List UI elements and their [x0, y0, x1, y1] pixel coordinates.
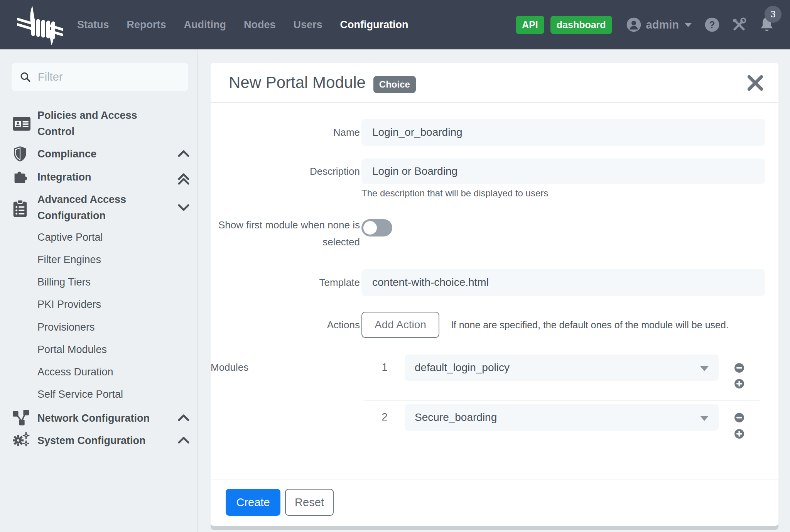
page-title: New Portal Module — [229, 73, 366, 92]
filter-input[interactable] — [38, 71, 181, 83]
shield-icon — [13, 145, 27, 163]
chevron-down-icon — [684, 22, 693, 27]
description-help-text: The description that will be displayed t… — [361, 188, 548, 199]
sidebar-item-advanced-access-configuration[interactable]: Advanced Access Configuration — [0, 191, 197, 224]
template-input[interactable] — [361, 269, 765, 296]
actions-label: Actions — [211, 319, 360, 331]
toggle-knob — [363, 221, 377, 235]
sidebar-item-provisioners[interactable]: Provisioners — [0, 319, 197, 335]
sidebar-item-policies-access-control[interactable]: Policies and Access Control — [0, 107, 197, 140]
chevron-up-icon — [177, 414, 190, 422]
nav-item-nodes[interactable]: Nodes — [244, 19, 276, 31]
sidebar-item-access-duration[interactable]: Access Duration — [0, 364, 197, 380]
nav-item-reports[interactable]: Reports — [127, 19, 166, 31]
tools-icon[interactable] — [731, 17, 747, 32]
add-module-after-1-button[interactable] — [734, 378, 744, 389]
search-icon — [19, 71, 32, 83]
chevron-up-icon — [177, 436, 190, 444]
config-sidebar: Policies and Access Control Compliance I… — [0, 49, 198, 532]
nav-item-configuration[interactable]: Configuration — [340, 19, 409, 31]
nav-item-users[interactable]: Users — [294, 19, 322, 31]
modules-row-divider — [365, 400, 760, 401]
chevron-up-icon — [177, 173, 190, 181]
nav-item-status[interactable]: Status — [77, 19, 109, 31]
description-row: Description — [211, 159, 765, 184]
module-row-number: 2 — [373, 411, 396, 423]
card-header: New Portal Module Choice — [211, 63, 778, 103]
description-label: Description — [211, 166, 360, 177]
main-nav: Status Reports Auditing Nodes Users Conf… — [77, 19, 409, 31]
notification-count-badge: 3 — [765, 6, 782, 23]
show-first-module-row: Show first module when none is selected — [211, 216, 765, 250]
sidebar-item-system-configuration[interactable]: System Configuration — [0, 432, 197, 449]
sidebar-item-filter-engines[interactable]: Filter Engines — [0, 252, 197, 267]
remove-module-1-button[interactable] — [734, 363, 744, 373]
user-menu[interactable]: admin — [626, 17, 693, 32]
module-2-select[interactable]: Secure_boarding — [405, 404, 719, 431]
name-label: Name — [211, 127, 360, 138]
name-row: Name — [211, 119, 765, 146]
actions-note: If none are specified, the default ones … — [451, 319, 729, 331]
id-card-icon — [13, 115, 30, 133]
template-label: Template — [211, 277, 360, 289]
close-icon[interactable] — [746, 74, 765, 92]
show-first-module-toggle[interactable] — [361, 219, 392, 236]
show-first-module-label: Show first module when none is selected — [211, 216, 360, 250]
template-row: Template — [211, 269, 765, 296]
add-action-button[interactable]: Add Action — [361, 312, 439, 338]
modules-label: Modules — [211, 361, 248, 373]
sitemap-icon — [13, 409, 29, 427]
sidebar-item-captive-portal[interactable]: Captive Portal — [0, 230, 197, 245]
reset-button[interactable]: Reset — [285, 489, 334, 516]
username-label: admin — [646, 19, 679, 31]
help-icon[interactable]: ? — [704, 17, 720, 32]
caret-down-icon — [700, 366, 709, 371]
user-circle-icon — [626, 17, 641, 32]
dashboard-badge[interactable]: dashboard — [550, 16, 612, 34]
create-button[interactable]: Create — [226, 489, 280, 516]
chevron-down-icon — [177, 204, 190, 211]
module-row-number: 1 — [373, 361, 396, 373]
nav-item-auditing[interactable]: Auditing — [184, 19, 226, 31]
sidebar-item-portal-modules[interactable]: Portal Modules — [0, 342, 197, 357]
module-type-badge: Choice — [373, 76, 416, 93]
puzzle-piece-icon — [13, 168, 28, 186]
description-input[interactable] — [361, 159, 765, 184]
add-module-after-2-button[interactable] — [734, 429, 744, 439]
actions-row: Actions Add Action If none are specified… — [211, 312, 765, 338]
new-portal-module-card: New Portal Module Choice Name Descriptio… — [211, 63, 778, 526]
packetfence-logo-icon[interactable] — [17, 3, 63, 46]
module-1-value: default_login_policy — [415, 361, 510, 374]
svg-text:?: ? — [709, 19, 715, 30]
name-input[interactable] — [361, 119, 765, 146]
sidebar-filter — [12, 63, 188, 91]
top-navbar: Status Reports Auditing Nodes Users Conf… — [0, 0, 790, 49]
sidebar-item-self-service-portal[interactable]: Self Service Portal — [0, 387, 197, 402]
api-badge[interactable]: API — [516, 16, 544, 34]
sidebar-item-billing-tiers[interactable]: Billing Tiers — [0, 274, 197, 290]
sidebar-item-integration[interactable]: Integration — [0, 169, 197, 185]
gears-icon — [13, 431, 30, 449]
remove-module-2-button[interactable] — [734, 412, 744, 423]
module-1-select[interactable]: default_login_policy — [405, 355, 719, 381]
caret-down-icon — [700, 416, 709, 421]
sidebar-item-network-configuration[interactable]: Network Configuration — [0, 410, 197, 426]
notifications-button[interactable]: 3 — [758, 16, 775, 34]
chevron-up-icon — [177, 150, 190, 157]
sidebar-item-pki-providers[interactable]: PKI Providers — [0, 297, 197, 312]
footer-divider — [211, 480, 778, 480]
clipboard-list-icon — [13, 200, 27, 218]
module-2-value: Secure_boarding — [415, 411, 497, 424]
sidebar-item-compliance[interactable]: Compliance — [0, 146, 197, 162]
